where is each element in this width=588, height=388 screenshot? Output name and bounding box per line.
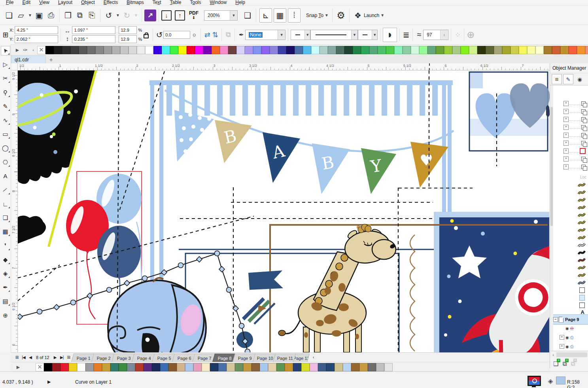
color-swatch[interactable] (268, 363, 276, 371)
cut-button[interactable]: ❐ (62, 9, 74, 22)
om-page-row[interactable]: −Page 9 (553, 314, 588, 325)
color-swatch[interactable] (535, 46, 544, 54)
curve-node-diamond[interactable] (18, 314, 23, 320)
menu-item-window[interactable]: Window (205, 0, 231, 6)
expander-plus-icon[interactable]: + (563, 117, 569, 122)
no-color-swatch[interactable]: ✕ (36, 363, 44, 371)
color-swatch[interactable] (361, 46, 369, 54)
show-guidelines-button[interactable]: ⁞ (288, 8, 301, 23)
vertical-ruler[interactable]: 9 1/298 1/287 1/276 1/26 (11, 70, 18, 352)
om-curve-item[interactable] (554, 242, 588, 249)
color-swatch[interactable] (253, 46, 261, 54)
new-document-tab-button[interactable]: + (46, 56, 56, 63)
undo-dropdown-icon[interactable]: ▼ (115, 9, 121, 22)
open-dropdown-icon[interactable]: ▼ (27, 9, 33, 22)
object-manager-tree[interactable]: +++++++++LocA−Page 9◉⎙+◉⎙+◉⎙ (550, 85, 588, 351)
interactive-fill-tool[interactable]: ◈ (1, 269, 10, 278)
color-swatch[interactable] (120, 46, 129, 54)
menu-item-file[interactable]: File (2, 0, 18, 6)
transparency-tool[interactable]: ▦ (1, 227, 10, 236)
om-group-row[interactable]: + (554, 131, 588, 139)
color-swatch[interactable] (276, 363, 285, 371)
text-tool[interactable]: A (1, 171, 10, 181)
copy-button[interactable]: ⧉ (74, 9, 86, 22)
om-square-item[interactable] (554, 294, 588, 301)
fill-tool[interactable]: ▤ (1, 297, 10, 306)
color-swatch[interactable] (212, 46, 220, 54)
color-swatch[interactable] (303, 46, 311, 54)
hearts-clipart[interactable] (469, 71, 550, 151)
om-curve-item[interactable] (554, 249, 588, 256)
color-swatch[interactable] (61, 363, 69, 371)
color-swatch[interactable] (436, 46, 444, 54)
expander-plus-icon[interactable]: + (563, 133, 569, 138)
crop-tool[interactable]: ✂ (1, 74, 10, 83)
smoothing-slider-icon[interactable]: ↕ (440, 30, 448, 40)
artistic-media-tool[interactable]: ∿ (1, 116, 10, 125)
line-style-combo[interactable]: ▼ (310, 30, 358, 40)
color-swatch[interactable] (386, 46, 394, 54)
status-play-icon[interactable]: ▶ (47, 379, 51, 384)
color-swatch[interactable] (335, 363, 343, 371)
add-tools-button[interactable]: ⊕ (1, 311, 10, 320)
color-swatch[interactable] (251, 363, 260, 371)
outline-pen-tool[interactable]: ✒ (1, 283, 10, 292)
color-swatch[interactable] (285, 363, 293, 371)
color-swatch[interactable] (95, 46, 104, 54)
color-swatch[interactable] (577, 46, 585, 54)
freehand-tool[interactable]: ✎ (1, 102, 10, 111)
options-gear-icon[interactable]: ⚙ (335, 9, 347, 22)
redo-button[interactable]: ↻ (121, 9, 133, 22)
color-swatch[interactable] (278, 46, 286, 54)
om-edit-across-layers-button[interactable]: ✎ (563, 74, 573, 84)
color-swatch[interactable] (403, 46, 411, 54)
om-group-row[interactable]: + (554, 139, 588, 146)
om-curve-item[interactable] (554, 226, 588, 234)
pick-tool[interactable]: ➤ (1, 46, 10, 55)
color-swatch[interactable] (87, 46, 95, 54)
paste-button[interactable]: ⎘ (86, 9, 98, 22)
snap-to-label[interactable]: Snap To (306, 13, 323, 18)
color-swatch[interactable] (94, 363, 102, 371)
color-swatch[interactable] (502, 46, 510, 54)
shape-tool[interactable]: ▷ (1, 60, 10, 69)
expander-plus-icon[interactable]: + (560, 335, 564, 340)
color-swatch[interactable] (62, 46, 70, 54)
color-swatch[interactable] (351, 363, 359, 371)
color-swatch[interactable] (270, 46, 278, 54)
lock-ratio-icon[interactable] (144, 34, 149, 38)
line-start-arrow-combo[interactable]: ▼ (291, 30, 310, 40)
om-curve-item[interactable] (554, 234, 588, 241)
line-style-dropdown-icon[interactable]: ▼ (351, 30, 357, 40)
color-swatch[interactable] (228, 46, 236, 54)
om-curve-item[interactable] (554, 204, 588, 211)
launch-icon[interactable]: ❖ (352, 9, 364, 22)
scallop-border[interactable] (410, 235, 415, 351)
curve-node-diamond[interactable] (124, 280, 130, 286)
color-swatch[interactable] (210, 363, 218, 371)
color-swatch[interactable] (112, 46, 120, 54)
color-swatch[interactable] (310, 363, 318, 371)
om-curve-item[interactable] (554, 196, 588, 204)
document-tab[interactable]: ql1.cdr (11, 55, 46, 63)
menu-item-tools[interactable]: Tools (185, 0, 205, 6)
menu-item-text[interactable]: Text (148, 0, 166, 6)
snap-to-dropdown-icon[interactable]: ▼ (323, 9, 330, 22)
expander-plus-icon[interactable]: + (563, 125, 569, 130)
color-swatch[interactable] (411, 46, 419, 54)
expander-plus-icon[interactable]: + (563, 101, 569, 106)
om-group-row[interactable]: + (554, 100, 588, 107)
color-swatch[interactable] (343, 363, 351, 371)
scale-x-field[interactable]: 12.9 (119, 26, 137, 34)
om-scroll-left-icon[interactable]: ‹ (550, 352, 556, 357)
pennant-clipart[interactable] (236, 270, 283, 348)
color-swatch[interactable] (384, 363, 393, 371)
color-swatch[interactable] (69, 363, 77, 371)
menu-item-bitmaps[interactable]: Bitmaps (122, 0, 148, 6)
curve-node-circle[interactable] (239, 323, 244, 329)
last-page-button[interactable]: ▶| (59, 354, 65, 361)
om-layer-row[interactable]: +◉⎙ (554, 334, 588, 341)
color-swatch[interactable] (137, 46, 145, 54)
om-group-row[interactable]: + (554, 124, 588, 131)
fill-color-icon[interactable]: ◈ (548, 377, 553, 385)
